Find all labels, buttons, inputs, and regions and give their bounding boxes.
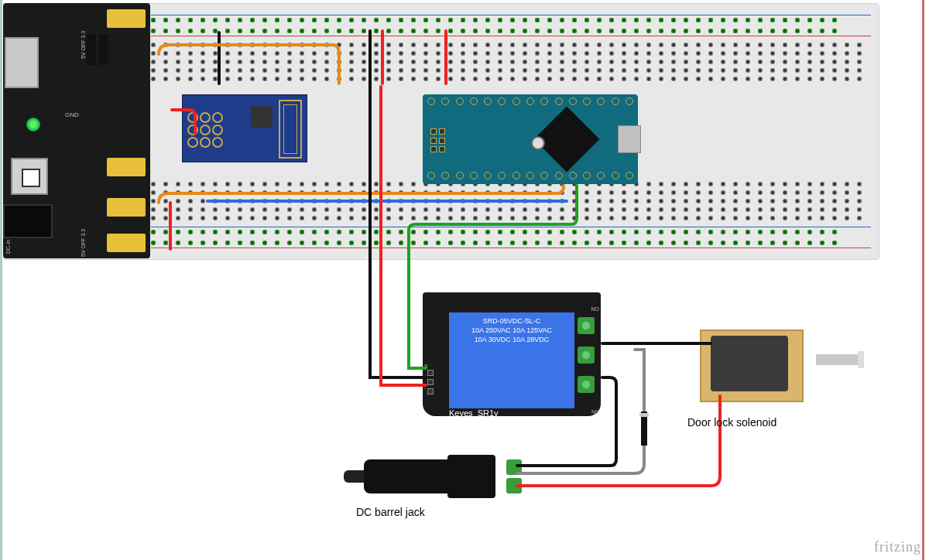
solenoid-coil-icon <box>711 336 788 391</box>
power-rail-top <box>151 12 871 39</box>
fritzing-canvas: 5V OFF 3.3 5V OFF 3.3 GND DC-in SRD-05VD… <box>0 0 929 560</box>
header-bot-icon <box>107 234 146 252</box>
pcb-antenna-icon <box>279 100 302 159</box>
barrel-body-icon <box>447 455 495 498</box>
dc-jack-icon <box>3 204 53 238</box>
relay-no-label: NO <box>591 306 600 312</box>
arduino-nano <box>423 94 638 184</box>
relay-name: Keyes_SR1y <box>449 408 499 418</box>
header-mid2-icon <box>107 198 146 217</box>
reset-button-icon <box>531 136 545 150</box>
watermark: fritzing <box>874 539 921 555</box>
power-led-icon <box>26 118 40 131</box>
relay-spec1: 10A 250VAC 10A 125VAC <box>471 326 552 334</box>
relay-terminal-com <box>578 347 595 364</box>
relay-terminal-no <box>578 376 595 393</box>
relay-module: SRD-05VDC-SL-C 10A 250VAC 10A 125VAC 10A… <box>423 292 601 416</box>
mini-usb-icon <box>618 125 641 153</box>
relay-pin-header <box>427 370 434 394</box>
header-mid1-icon <box>107 158 146 176</box>
jumper-2-icon <box>99 34 108 65</box>
icsp-header-icon <box>430 128 449 153</box>
door-lock-solenoid <box>700 322 831 408</box>
solenoid-plunger-icon <box>816 354 859 365</box>
power-rail-bottom <box>151 224 871 251</box>
barrel-terminal-pos <box>506 459 522 475</box>
solenoid-label: Door lock solenoid <box>687 416 776 429</box>
svg-rect-1 <box>639 413 649 417</box>
barrel-terminal-neg <box>506 478 522 493</box>
right-margin <box>922 0 929 560</box>
relay-coil-icon: SRD-05VDC-SL-C 10A 250VAC 10A 125VAC 10A… <box>449 312 574 408</box>
gnd-label: GND <box>65 111 79 118</box>
header-top-icon <box>107 9 146 28</box>
power-module: 5V OFF 3.3 5V OFF 3.3 GND DC-in <box>3 3 150 258</box>
dc-barrel-jack <box>364 455 519 498</box>
relay-terminal-nc <box>578 317 595 334</box>
relay-minus-label: - <box>424 385 426 391</box>
relay-s-label: S <box>424 364 428 369</box>
usb-port-icon <box>5 37 39 88</box>
dc-in-label: DC-in <box>5 240 11 254</box>
left-margin <box>0 0 2 560</box>
barrel-label: DC barrel jack <box>356 506 425 518</box>
power-button-icon <box>11 158 48 195</box>
esp-pin-header <box>187 112 221 146</box>
rail-text-bot: 5V OFF 3.3 <box>81 229 86 257</box>
relay-spec2: 10A 30VDC 10A 28VDC <box>475 336 550 343</box>
relay-nc-label: NC <box>591 409 599 415</box>
esp-chip-icon <box>251 106 273 128</box>
esp8266-module <box>182 94 307 162</box>
rail-text-top: 5V OFF 3.3 <box>81 31 86 59</box>
relay-model-text: SRD-05VDC-SL-C <box>483 317 541 325</box>
barrel-plug-icon <box>364 459 449 493</box>
jumper-1-icon <box>87 34 96 65</box>
relay-plus-label: + <box>424 374 427 380</box>
